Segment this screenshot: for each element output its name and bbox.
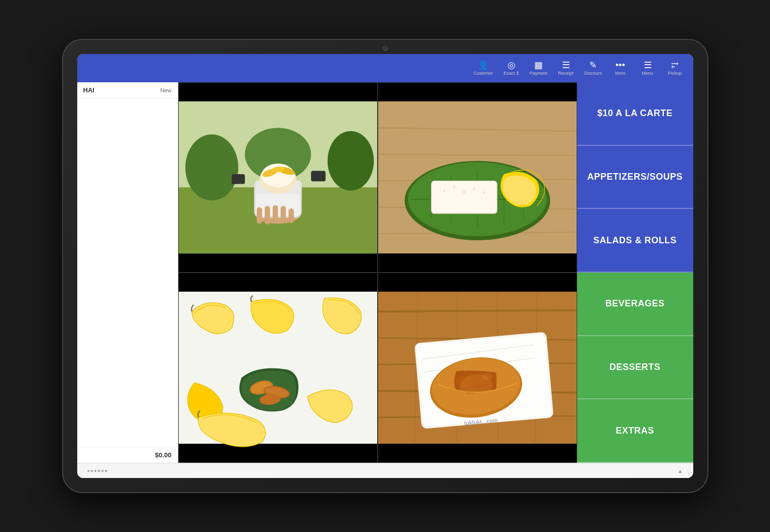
- payment-label: Payment: [530, 71, 548, 76]
- svg-rect-15: [256, 207, 262, 224]
- exact-label: Exact $: [503, 71, 519, 76]
- menu-button[interactable]: ☰ Menu: [635, 59, 661, 78]
- svg-rect-19: [288, 208, 293, 223]
- category-panel: $10 A LA CARTE APPETIZERS/SOUPS SALADS &…: [577, 82, 693, 463]
- tablet-device: 👤 Customer ◎ Exact $ ▦ Payment ☰ Receipt…: [62, 39, 708, 493]
- menu-grid: TOASTED COCONUT ICE CREAM W/ BANANA: [178, 82, 577, 463]
- svg-rect-5: [231, 174, 244, 184]
- discount-label: Discount: [584, 71, 602, 76]
- pickup-icon: ⥂: [671, 61, 679, 70]
- nav-dot-4: [98, 470, 100, 472]
- order-header: HAI New: [77, 82, 178, 98]
- svg-point-36: [443, 189, 445, 192]
- category-desserts-button[interactable]: DESSERTS: [577, 336, 693, 400]
- order-title: HAI: [83, 86, 94, 94]
- more-button[interactable]: ••• More: [607, 59, 634, 78]
- svg-point-38: [463, 191, 465, 193]
- toolbar: 👤 Customer ◎ Exact $ ▦ Payment ☰ Receipt…: [77, 54, 693, 82]
- svg-point-39: [473, 187, 475, 190]
- receipt-icon: ☰: [562, 61, 570, 70]
- menu-item-sweetrice[interactable]: SWEET RICE: [378, 82, 577, 273]
- category-salads-button[interactable]: SALADS & ROLLS: [577, 209, 693, 273]
- svg-point-3: [327, 131, 374, 191]
- payment-button[interactable]: ▦ Payment: [526, 59, 552, 78]
- menu-item-icecream[interactable]: TOASTED COCONUT ICE CREAM W/ BANANA: [178, 82, 378, 273]
- exact-button[interactable]: ◎ Exact $: [498, 59, 525, 78]
- pickup-label: Pickup: [668, 71, 682, 76]
- svg-rect-18: [280, 206, 285, 223]
- nav-dot-2: [91, 470, 93, 472]
- menu-icon: ☰: [644, 61, 652, 70]
- order-total: $0.00: [77, 447, 178, 463]
- menu-item-roti[interactable]: tuktukt...com: [378, 273, 577, 463]
- more-label: More: [615, 71, 626, 76]
- nav-dot-1: [87, 470, 89, 472]
- payment-icon: ▦: [534, 61, 543, 70]
- customer-label: Customer: [473, 71, 493, 76]
- order-panel: HAI New $0.00: [77, 82, 178, 463]
- exact-icon: ◎: [507, 61, 516, 70]
- customer-icon: 👤: [478, 61, 489, 70]
- bottom-bar: ▲: [77, 463, 693, 478]
- menu-item-friedbananas[interactable]: FRIED BANANAS: [178, 273, 378, 463]
- svg-point-40: [482, 191, 485, 194]
- receipt-label: Receipt: [558, 71, 574, 76]
- toolbar-icons: 👤 Customer ◎ Exact $ ▦ Payment ☰ Receipt…: [469, 59, 688, 78]
- discount-button[interactable]: ✎ Discount: [580, 59, 606, 78]
- more-icon: •••: [615, 61, 625, 70]
- nav-dots: [87, 470, 107, 472]
- menu-label: Menu: [642, 71, 653, 76]
- svg-line-48: [378, 310, 577, 312]
- tablet-screen: 👤 Customer ◎ Exact $ ▦ Payment ☰ Receipt…: [77, 54, 693, 478]
- nav-dot-3: [94, 470, 96, 472]
- svg-point-2: [185, 134, 238, 200]
- svg-rect-16: [265, 206, 270, 225]
- category-alacarte-button[interactable]: $10 A LA CARTE: [577, 82, 693, 146]
- svg-rect-6: [311, 171, 326, 181]
- customer-button[interactable]: 👤 Customer: [469, 59, 497, 78]
- nav-dot-5: [101, 470, 104, 472]
- receipt-button[interactable]: ☰ Receipt: [553, 59, 579, 78]
- order-items-list: [77, 98, 178, 447]
- category-beverages-button[interactable]: BEVERAGES: [577, 273, 693, 336]
- category-appetizers-button[interactable]: APPETIZERS/SOUPS: [577, 146, 693, 209]
- main-content: HAI New $0.00: [77, 82, 693, 463]
- tablet-camera: [383, 46, 388, 51]
- category-extras-button[interactable]: EXTRAS: [577, 399, 693, 463]
- svg-point-37: [453, 186, 455, 189]
- svg-rect-35: [432, 182, 496, 212]
- discount-icon: ✎: [589, 61, 597, 70]
- svg-rect-17: [273, 205, 278, 224]
- nav-dot-6: [105, 470, 107, 472]
- pickup-button[interactable]: ⥂ Pickup: [662, 59, 688, 78]
- scroll-arrow[interactable]: ▲: [678, 468, 683, 474]
- order-new-badge: New: [160, 87, 171, 93]
